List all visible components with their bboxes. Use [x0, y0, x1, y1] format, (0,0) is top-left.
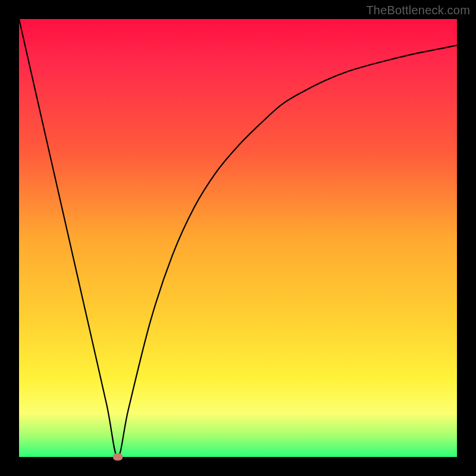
- bottleneck-curve: [19, 19, 457, 457]
- chart-frame: TheBottleneck.com: [0, 0, 476, 476]
- plot-area: [19, 19, 457, 457]
- attribution-text: TheBottleneck.com: [366, 4, 470, 17]
- optimum-marker: [113, 453, 123, 461]
